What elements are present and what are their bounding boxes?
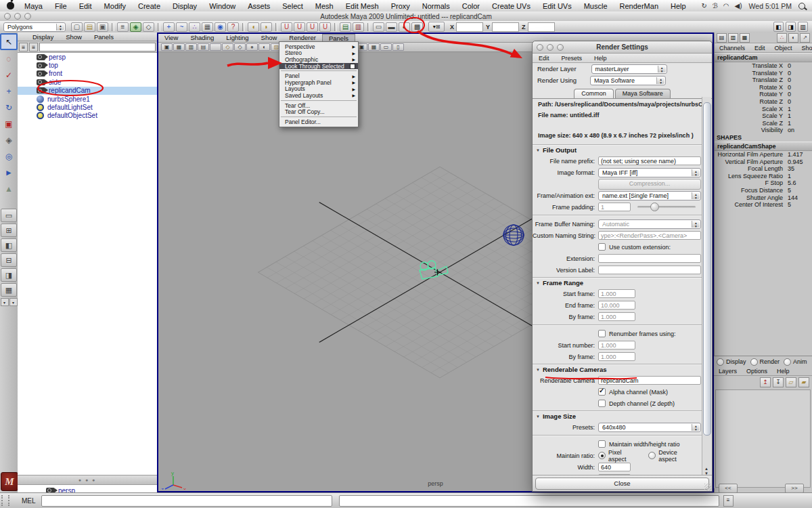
camera-home-icon[interactable]: ▦ xyxy=(173,43,185,51)
status-line-icon[interactable] xyxy=(365,22,371,32)
drag-handle[interactable] xyxy=(1,495,9,506)
panels-menu-item[interactable]: Look Through Selected ▶ xyxy=(279,63,358,70)
extension-input[interactable] xyxy=(598,254,701,263)
slider-knob[interactable] xyxy=(650,203,659,211)
panels-menu-item[interactable]: Panel ▶ xyxy=(279,72,358,79)
start-frame-input[interactable]: 1.000 xyxy=(598,289,635,298)
select-by-component-icon[interactable]: ◇ xyxy=(143,22,154,32)
file-output-section-header[interactable]: ▼ File Output xyxy=(533,144,704,155)
layout-mini-menu[interactable]: ▾ xyxy=(1,298,9,306)
menubar-item[interactable]: Edit xyxy=(73,2,98,10)
lock-camera-icon[interactable]: ▣ xyxy=(161,43,173,51)
soft-mod-tool[interactable]: ◎ xyxy=(1,148,17,164)
attribute-value[interactable]: 35 xyxy=(788,165,812,173)
snap-to-view-planes-icon[interactable]: ▦ xyxy=(202,22,213,32)
render-settings-titlebar[interactable]: Render Settings xyxy=(533,41,712,54)
image-size-section-header[interactable]: ▼ Image Size xyxy=(533,410,704,421)
anim-curve-icon[interactable]: ◐ xyxy=(788,33,798,43)
mel-command-input[interactable] xyxy=(41,495,332,507)
layer-editor-menu[interactable]: Help xyxy=(772,368,794,375)
status-line-icon[interactable] xyxy=(273,22,279,32)
end-frame-input[interactable]: 10.000 xyxy=(598,301,635,310)
snap-magnet-curve-icon[interactable]: U xyxy=(294,22,305,32)
snap-magnet-grid-icon[interactable]: U xyxy=(281,22,292,32)
menubar-clock[interactable]: Wed 5:01 PM xyxy=(749,2,792,10)
layer-mode-radio[interactable]: Display xyxy=(717,358,746,366)
rotate-tool[interactable]: ↻ xyxy=(1,100,17,115)
frame-padding-slider[interactable] xyxy=(637,206,696,208)
renderable-camera-input[interactable]: replicandCam xyxy=(598,376,701,385)
start-number-input[interactable]: 1.000 xyxy=(598,341,635,350)
status-line-icon[interactable] xyxy=(156,22,162,32)
attribute-value[interactable]: 5 xyxy=(788,201,812,209)
compression-button[interactable]: Compression... xyxy=(598,179,701,190)
window-titlebar[interactable]: Autodesk Maya 2009 Unlimited: untitled -… xyxy=(0,12,812,22)
select-tool[interactable]: ↖ xyxy=(0,33,18,50)
menubar-item[interactable]: Proxy xyxy=(385,2,416,10)
snap-magnet-view-icon[interactable]: U xyxy=(319,22,331,32)
menubar-item[interactable]: Create UVs xyxy=(486,2,537,10)
snap-to-curves-icon[interactable]: ~ xyxy=(176,22,187,32)
version-label-input[interactable] xyxy=(598,266,701,274)
by-frame-input[interactable]: 1.000 xyxy=(598,312,635,321)
frame-animation-ext-dropdown[interactable]: name.ext [Single Frame] xyxy=(598,191,701,200)
hypershade-persp-layout-button[interactable]: ◨ xyxy=(1,268,17,282)
viewport-menu[interactable]: View xyxy=(158,34,184,42)
render-settings-menu[interactable]: Help xyxy=(588,55,613,62)
panels-menu-item[interactable]: Orthographic ▶ xyxy=(279,56,358,63)
coordinate-input[interactable] xyxy=(528,22,555,32)
last-tool-slot[interactable]: ▲ xyxy=(1,181,17,196)
spotlight-icon[interactable] xyxy=(798,3,805,9)
camera-attributes-icon[interactable]: ▥ xyxy=(185,43,197,51)
render-using-dropdown[interactable]: Maya Software xyxy=(590,76,666,85)
menubar-item[interactable]: Create xyxy=(132,2,166,10)
menubar-item[interactable]: Edit UVs xyxy=(537,2,578,10)
channel-attribute-row[interactable]: Focal Length 35 xyxy=(715,165,812,173)
save-scene-icon[interactable]: ▣ xyxy=(97,22,108,32)
outliner-item[interactable]: defaultLightSet xyxy=(18,103,157,111)
output-connections-icon[interactable]: ◗ xyxy=(261,22,272,32)
universal-manipulator-tool[interactable]: ◈ xyxy=(1,132,17,148)
maintain-width-height-checkbox[interactable]: Maintain width/height ratio xyxy=(598,440,680,448)
field-chart-icon[interactable]: ▦ xyxy=(368,43,380,51)
menubar-item[interactable]: Select xyxy=(276,2,309,10)
attribute-value[interactable]: 0 xyxy=(788,70,812,77)
open-attribute-editor-icon[interactable]: ▾⊞ xyxy=(428,22,445,32)
viewport-menu[interactable]: Shading xyxy=(184,34,220,42)
viewport-menu[interactable]: Lighting xyxy=(220,34,254,42)
wireframe-icon[interactable]: ◇ xyxy=(234,43,246,51)
channel-attribute-row[interactable]: Rotate X 0 xyxy=(715,84,812,91)
menu-set-dropdown[interactable]: Polygons xyxy=(3,22,66,32)
menubar-item[interactable]: Edit Mesh xyxy=(340,2,385,10)
viewport-toolbar-icon[interactable] xyxy=(210,43,221,51)
outliner-menu[interactable]: Display xyxy=(27,33,59,41)
wifi-icon[interactable]: ◠ xyxy=(723,2,729,9)
window-resize-grip[interactable] xyxy=(704,484,711,490)
attribute-value[interactable]: 5.6 xyxy=(788,179,812,187)
render-view-icon[interactable]: ▭ xyxy=(373,22,384,32)
panels-menu-item[interactable]: Stereo ▶ xyxy=(279,50,358,57)
snap-to-points-icon[interactable]: ∴ xyxy=(189,22,200,32)
render-current-frame-icon[interactable]: ▬ xyxy=(386,22,397,32)
outliner-item[interactable]: persp xyxy=(18,53,157,61)
menubar-item[interactable]: Window xyxy=(203,2,242,10)
status-line-icon[interactable] xyxy=(110,22,116,32)
render-layer-dropdown[interactable]: masterLayer xyxy=(591,64,667,74)
channel-attribute-row[interactable]: Translate X 0 xyxy=(715,62,812,70)
panels-menu-item[interactable]: Perspective ▶ xyxy=(279,43,358,50)
paint-selection-tool[interactable]: ✓ xyxy=(1,67,17,83)
channel-attribute-row[interactable]: Shutter Angle 144 xyxy=(715,194,812,202)
width-input[interactable]: 640 xyxy=(598,463,631,471)
select-by-hierarchy-icon[interactable]: ≡ xyxy=(117,22,129,32)
alpha-channel-checkbox[interactable]: Alpha channel (Mask) xyxy=(598,388,668,396)
safe-action-icon[interactable]: ▭ xyxy=(380,43,392,51)
channel-attribute-row[interactable]: Scale Z 1 xyxy=(715,120,812,127)
ipr-render-icon[interactable]: ◐ xyxy=(399,22,410,32)
channel-attribute-row[interactable]: Translate Z 0 xyxy=(715,77,812,84)
attribute-value[interactable]: 1 xyxy=(788,120,812,127)
script-editor-icon[interactable]: ≡ xyxy=(723,495,734,507)
smooth-shade-icon[interactable]: ● xyxy=(246,43,258,51)
layer-editor-menu[interactable]: Options xyxy=(742,368,772,375)
menubar-item[interactable]: Assets xyxy=(242,2,276,10)
toggle-tool-settings-icon[interactable]: ◨ xyxy=(786,22,796,32)
